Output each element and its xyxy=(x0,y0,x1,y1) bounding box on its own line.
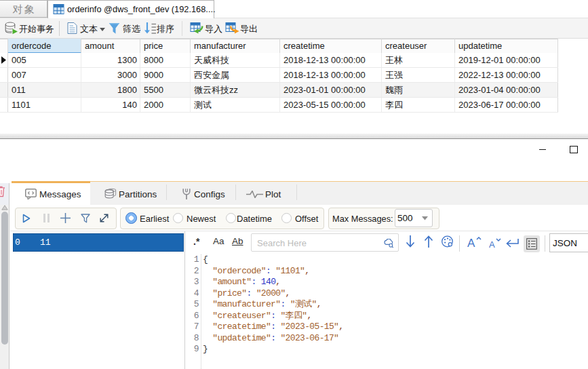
svg-text:A: A xyxy=(467,237,475,249)
svg-text:A: A xyxy=(489,239,495,249)
